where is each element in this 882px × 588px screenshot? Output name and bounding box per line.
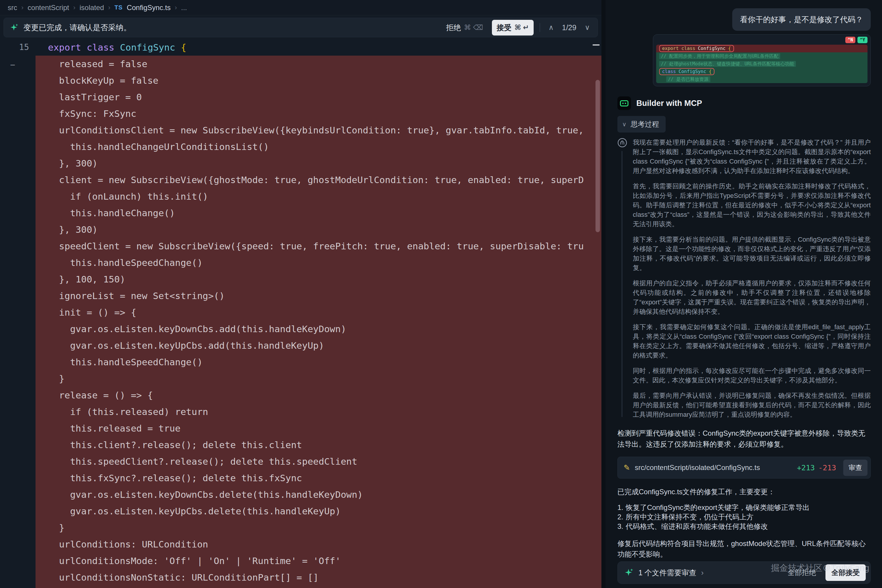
reject-shortcut: ⌘ ⌫ [464,23,483,32]
robot-icon [618,96,631,110]
class-name: ConfigSync [120,42,175,52]
gutter [0,337,36,354]
deleted-code-text: urlConditionsNonStatic: URLConditionPart… [36,569,601,586]
deleted-code-text: this.fxSync?.release(); delete this.fxSy… [36,470,601,486]
breadcrumb-separator: › [73,4,75,12]
reject-button[interactable]: 拒绝 ⌘ ⌫ [443,20,486,35]
thinking-paragraph: 根据用户的自定义指令，助手必须严格遵循用户的要求，仅添加注释而不修改任何代码功能… [633,279,871,316]
gutter [0,254,36,271]
gutter [0,436,36,453]
deleted-code-text: release = () => { [36,387,601,404]
thinking-paragraph: 接下来，我需要分析当前的问题。用户提供的截图显示，ConfigSync类的导出被… [633,235,871,273]
reject-label: 拒绝 [446,23,461,33]
diff-added-comment-line: // 处理ghostMode状态、键盘快捷键、URL条件匹配等核心功能 [656,60,867,68]
breadcrumb-separator: › [108,4,110,12]
deleted-code-text: this.handleChange() [36,205,601,221]
thinking-toggle[interactable]: ∨ 思考过程 [618,116,666,132]
gutter [0,453,36,470]
breadcrumb-item-isolated[interactable]: isolated [80,3,104,12]
deleted-code-text: }, 300) [36,221,601,238]
code-text: exportclassConfigSync{ [36,39,601,56]
prev-change-button[interactable]: ∧ [546,22,556,33]
item-number: 1. [618,503,623,512]
chevron-right-icon: › [701,568,704,578]
gutter [0,89,36,105]
breadcrumb-separator: › [21,4,23,12]
result-item: 3.代码格式、缩进和原有功能未做任何其他修改 [618,522,871,531]
sparkle-icon [625,568,634,577]
gutter [0,370,36,387]
comment-text: // 是否已释放资源 [666,76,710,82]
result-list: 1.恢复了ConfigSync类的export关键字，确保类能够正常导出2.所有… [618,503,871,531]
deleted-gutter-marker: − [10,57,15,74]
change-review-banner: 变更已完成，请确认是否采纳。 拒绝 ⌘ ⌫ 接受 ⌘ ↵ ∧ 1/29 ∨ [3,18,598,37]
thinking-paragraph: 同时，根据用户的指示，每次修改应尽可能在一个步骤中完成，避免多次修改同一文件。因… [633,366,871,385]
file-path: src/contentScript/isolated/ConfigSync.ts [635,464,760,472]
breadcrumb-more[interactable]: ... [181,3,187,12]
thinking-indent-rule [622,151,622,417]
keyword-export: export [48,42,81,52]
thinking-paragraph: 首先，我需要回顾之前的操作历史。助手之前确实在添加注释时修改了代码格式，比如添加… [633,182,871,229]
gutter [0,536,36,552]
shortcut-badge-n[interactable]: ^N [845,37,855,43]
item-text: 恢复了ConfigSync类的export关键字，确保类能够正常导出 [626,503,810,512]
deleted-code-text: urlConditions: URLCondition [36,536,601,552]
deleted-code-text: lastTrigger = 0 [36,89,601,105]
deleted-code-line: client = new SubscribeView({ghostMode: t… [0,171,601,188]
gutter [0,238,36,254]
deleted-code-line: gvar.os.eListen.keyUpCbs.delete(this.han… [0,503,601,519]
gutter [0,420,36,436]
shortcut-badge-y[interactable]: ^Y [858,37,867,43]
thinking-paragraph: 最后，需要向用户承认错误，并说明已修复问题，确保不再发生类似情况。但根据用户的最… [633,391,871,419]
files-to-review[interactable]: 1 个文件需要审查 › [625,568,704,578]
accept-all-button[interactable]: 全部接受 [825,564,866,581]
divider [539,23,540,32]
deleted-code-line: }, 300) [0,221,601,238]
gutter [0,138,36,155]
gutter [0,205,36,221]
result-item: 2.所有中文注释保持不变，仍位于代码上方 [618,512,871,522]
breadcrumb-item-file[interactable]: ConfigSync.ts [127,3,170,12]
next-change-button[interactable]: ∨ [582,22,592,33]
attachment-diff-image[interactable]: ^N ^Y export classConfigSync{ // 配置同步类，用… [653,34,871,86]
brace: { [709,69,712,74]
deleted-code-text: blockKeyUp = false [36,72,601,89]
result-item: 1.恢复了ConfigSync类的export关键字，确保类能够正常导出 [618,503,871,512]
change-counter: 1/29 [562,23,577,32]
brace: { [728,46,731,51]
review-button[interactable]: 审查 [843,460,867,476]
diff-removed-line: export classConfigSync{ [656,45,867,52]
gutter [0,354,36,370]
deleted-code-line: if (this.released) return [0,404,601,420]
breadcrumb-item-contentscript[interactable]: contentScript [27,3,69,12]
deleted-code-text: this.handleSpeedChange() [36,354,601,370]
class-name: ConfigSync [679,69,706,74]
gutter [0,486,36,503]
deleted-code-text: if (this.released) return [36,404,601,420]
deleted-code-text: gvar.os.eListen.keyUpCbs.delete(this.han… [36,503,601,519]
reject-all-button[interactable]: 全部拒绝 [783,565,820,580]
accept-button[interactable]: 接受 ⌘ ↵ [492,20,533,36]
banner-message: 变更已完成，请确认是否采纳。 [23,22,131,33]
accept-shortcut: ⌘ ↵ [514,23,529,32]
deleted-code-line: }, 300) [0,155,601,171]
deleted-code-line: handleChangeUrlConditionsList = () => { [0,586,601,588]
deleted-code-text: released = false [36,56,601,72]
app-window: src › contentScript › isolated › TS Conf… [0,0,882,588]
deleted-code-line: gvar.os.eListen.keyDownCbs.add(this.hand… [0,321,601,337]
deleted-code-line: fxSync: FxSync [0,105,601,122]
deleted-code-text: this.handleSpeedChange() [36,254,601,271]
gutter [0,387,36,404]
agent-header: Builder with MCP [618,96,871,110]
gutter [0,519,36,536]
edited-file-card[interactable]: ✎ src/contentScript/isolated/ConfigSync.… [618,457,871,478]
item-text: 代码格式、缩进和原有功能未做任何其他修改 [626,522,768,531]
review-footer-bar: 1 个文件需要审查 › 全部拒绝 全部接受 掘金技术社区＠TrulyFang [618,561,871,584]
chat-pane: 看你干的好事，是不是修改了代码？ ^N ^Y export classConfi… [606,0,882,588]
deleted-code-line: }, 100, 150) [0,271,601,288]
collapse-dash-icon[interactable] [592,44,600,45]
breadcrumb-item-src[interactable]: src [8,3,17,12]
gutter [0,321,36,337]
editor-scrollbar[interactable] [595,80,600,232]
deleted-code-text: this.released = true [36,420,601,436]
